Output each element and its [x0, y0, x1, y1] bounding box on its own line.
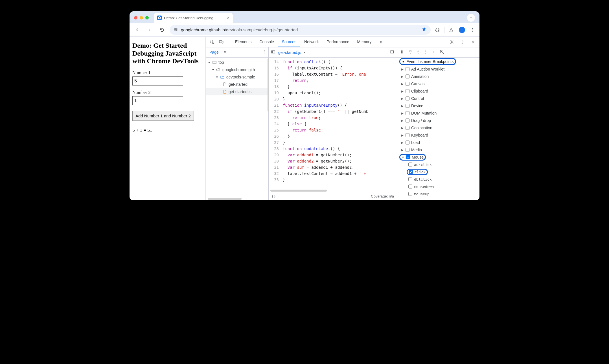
number1-input[interactable] — [132, 76, 183, 85]
breakpoint-event[interactable]: dblclick — [397, 176, 479, 183]
tree-origin[interactable]: ▼ googlechrome.gith — [206, 66, 268, 73]
reload-button[interactable] — [157, 25, 167, 35]
category-checkbox[interactable] — [406, 111, 409, 115]
event-checkbox[interactable] — [408, 192, 412, 196]
deactivate-breakpoints-icon[interactable] — [439, 50, 444, 55]
step-icon[interactable] — [431, 50, 436, 55]
devtools-tab-network[interactable]: Network — [300, 37, 323, 47]
devtools-close-icon[interactable] — [469, 38, 477, 46]
breakpoint-category[interactable]: ▶Media — [397, 146, 479, 154]
category-checkbox[interactable] — [406, 89, 409, 93]
new-tab-button[interactable]: ＋ — [235, 14, 243, 22]
navigator-tabs: Page — [206, 47, 268, 58]
breakpoint-category[interactable]: ▶Device — [397, 102, 479, 109]
category-checkbox[interactable] — [406, 97, 409, 100]
breakpoint-category[interactable]: ▶Drag / drop — [397, 117, 479, 124]
svg-point-28 — [425, 53, 426, 54]
breakpoint-category[interactable]: ▶Animation — [397, 73, 479, 80]
breakpoint-event[interactable]: auxclick — [397, 161, 479, 168]
breakpoint-category[interactable]: ▼Mouse — [397, 154, 479, 161]
editor-tab-close-icon[interactable]: × — [303, 50, 306, 55]
category-checkbox[interactable] — [406, 141, 409, 144]
device-mode-icon[interactable] — [217, 38, 225, 46]
tab-close-button[interactable]: × — [227, 16, 229, 20]
breakpoint-category[interactable]: ▶Load — [397, 139, 479, 146]
category-label: Device — [411, 104, 423, 108]
navigator-menu-icon[interactable] — [263, 50, 267, 55]
breakpoint-category[interactable]: ▶DOM Mutation — [397, 109, 479, 117]
category-checkbox[interactable] — [406, 74, 409, 78]
minimize-window-button[interactable] — [140, 16, 143, 19]
step-out-icon[interactable] — [424, 50, 428, 55]
event-checkbox[interactable] — [409, 170, 413, 174]
navigator-more-icon[interactable] — [223, 50, 227, 55]
category-checkbox[interactable] — [406, 133, 409, 137]
devtools-settings-icon[interactable] — [448, 38, 456, 46]
category-checkbox[interactable] — [406, 67, 409, 71]
breakpoint-category[interactable]: ▶Control — [397, 95, 479, 102]
page-navigator-tab[interactable]: Page — [208, 47, 220, 57]
labs-icon[interactable] — [447, 26, 455, 34]
more-tabs-icon[interactable] — [377, 38, 385, 46]
editor-horizontal-scrollbar[interactable] — [269, 189, 397, 192]
editor-file-tab[interactable]: get-started.js × — [278, 50, 306, 55]
category-label: Geolocation — [411, 126, 432, 130]
event-checkbox[interactable] — [408, 177, 412, 181]
tree-folder[interactable]: ▼ devtools-sample — [206, 73, 268, 81]
devtools-tab-performance[interactable]: Performance — [323, 37, 353, 47]
breakpoint-category[interactable]: ▶Geolocation — [397, 124, 479, 131]
extensions-icon[interactable] — [433, 26, 441, 34]
devtools-tab-memory[interactable]: Memory — [353, 37, 376, 47]
event-checkbox[interactable] — [408, 185, 412, 188]
svg-rect-24 — [401, 51, 402, 54]
kebab-menu-icon[interactable] — [469, 26, 477, 34]
pretty-print-icon[interactable]: {} — [271, 194, 276, 198]
category-checkbox[interactable] — [406, 119, 409, 122]
breakpoint-event[interactable]: mousedown — [397, 183, 479, 190]
toggle-navigator-icon[interactable] — [271, 50, 275, 55]
tree-file-js[interactable]: get-started.js — [206, 88, 268, 95]
category-checkbox[interactable] — [406, 82, 409, 86]
add-button[interactable]: Add Number 1 and Number 2 — [132, 111, 194, 121]
breakpoint-event[interactable]: mouseup — [397, 190, 479, 198]
code-editor[interactable]: 1415161718192021222324252627282930313233… — [269, 58, 397, 189]
category-label: Keyboard — [411, 133, 428, 137]
breakpoint-category[interactable]: ▶Keyboard — [397, 131, 479, 139]
tree-file-html[interactable]: get-started — [206, 81, 268, 88]
category-checkbox[interactable] — [406, 148, 409, 152]
browser-tab[interactable]: Demo: Get Started Debugging × — [154, 13, 233, 23]
step-into-icon[interactable] — [416, 50, 420, 55]
devtools-menu-icon[interactable] — [459, 38, 466, 46]
breakpoint-category[interactable]: ▶Ad Auction Worklet — [397, 65, 479, 73]
bookmark-star-icon[interactable] — [422, 27, 427, 33]
tree-top[interactable]: ▼ top — [206, 59, 268, 66]
number2-input[interactable] — [132, 96, 183, 105]
pause-resume-icon[interactable] — [400, 50, 404, 55]
breakpoint-category[interactable]: ▶Clipboard — [397, 87, 479, 95]
devtools-tab-elements[interactable]: Elements — [231, 37, 255, 47]
event-checkbox[interactable] — [408, 163, 412, 166]
category-checkbox[interactable] — [406, 104, 409, 108]
site-settings-icon[interactable] — [174, 27, 178, 32]
close-window-button[interactable] — [134, 16, 137, 19]
toggle-debugger-icon[interactable] — [390, 50, 395, 55]
code-area[interactable]: function onClick() { if (inputsAreEmpty(… — [281, 58, 397, 189]
svg-point-7 — [472, 29, 473, 30]
address-bar[interactable]: googlechrome.github.io/devtools-samples/… — [170, 25, 431, 35]
devtools-tab-console[interactable]: Console — [255, 37, 278, 47]
devtools-tab-sources[interactable]: Sources — [278, 37, 300, 47]
forward-button[interactable] — [145, 25, 154, 35]
step-over-icon[interactable] — [408, 50, 413, 55]
category-checkbox[interactable] — [406, 126, 409, 130]
category-checkbox[interactable] — [406, 155, 410, 159]
breakpoint-event[interactable]: click — [397, 168, 479, 176]
panel-header-row[interactable]: ▼ Event Listener Breakpoints — [397, 58, 479, 65]
fullscreen-window-button[interactable] — [145, 16, 149, 19]
breakpoint-category[interactable]: ▶Canvas — [397, 80, 479, 87]
profile-avatar[interactable] — [458, 26, 466, 34]
inspect-element-icon[interactable] — [208, 38, 216, 46]
event-listener-breakpoints-header[interactable]: ▼ Event Listener Breakpoints — [399, 58, 456, 65]
tab-overflow-button[interactable] — [467, 14, 475, 22]
back-button[interactable] — [132, 25, 142, 35]
navigator-scrollbar[interactable] — [206, 198, 268, 200]
